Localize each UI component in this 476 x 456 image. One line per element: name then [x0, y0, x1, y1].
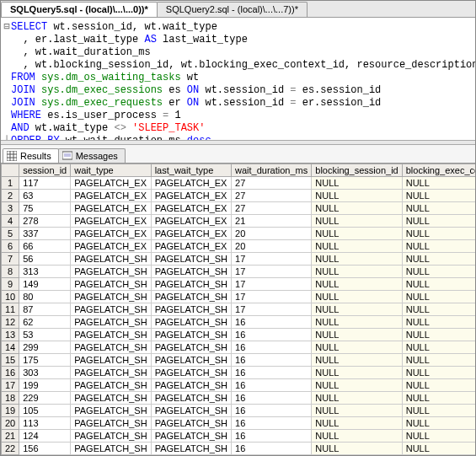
cell-wait-duration[interactable]: 17 [232, 266, 312, 278]
cell-wait-type[interactable]: PAGELATCH_EX [71, 228, 151, 240]
table-row[interactable]: 666PAGELATCH_EXPAGELATCH_EX20NULLNULL8:1… [2, 240, 476, 253]
cell-session-id[interactable]: 66 [19, 240, 71, 253]
cell-last-wait-type[interactable]: PAGELATCH_SH [151, 417, 231, 430]
cell-blocking-exec[interactable]: NULL [402, 379, 475, 392]
col-header[interactable]: wait_type [71, 164, 151, 177]
cell-blocking-session[interactable]: NULL [312, 228, 402, 240]
cell-session-id[interactable]: 117 [19, 177, 71, 190]
cell-wait-duration[interactable]: 16 [232, 354, 312, 367]
rownum-header[interactable] [2, 164, 19, 177]
row-number[interactable]: 1 [2, 177, 19, 190]
row-number[interactable]: 20 [2, 417, 19, 430]
cell-session-id[interactable]: 53 [19, 329, 71, 341]
table-row[interactable]: 16303PAGELATCH_SHPAGELATCH_SH16NULLNULL8… [2, 367, 476, 379]
cell-wait-type[interactable]: PAGELATCH_SH [71, 455, 151, 456]
cell-blocking-exec[interactable]: NULL [402, 405, 475, 417]
table-row[interactable]: 756PAGELATCH_SHPAGELATCH_SH17NULLNULL8:1… [2, 253, 476, 266]
cell-wait-duration[interactable]: 16 [232, 379, 312, 392]
cell-blocking-session[interactable]: NULL [312, 253, 402, 266]
cell-last-wait-type[interactable]: PAGELATCH_SH [151, 392, 231, 405]
row-number[interactable]: 22 [2, 443, 19, 455]
cell-wait-duration[interactable]: 20 [232, 240, 312, 253]
table-row[interactable]: 1262PAGELATCH_SHPAGELATCH_SH16NULLNULL8:… [2, 316, 476, 329]
cell-wait-duration[interactable]: 16 [232, 316, 312, 329]
table-row[interactable]: 22156PAGELATCH_SHPAGELATCH_SH16NULLNULL8… [2, 443, 476, 455]
cell-blocking-exec[interactable]: NULL [402, 455, 475, 456]
cell-blocking-exec[interactable]: NULL [402, 316, 475, 329]
table-row[interactable]: 18229PAGELATCH_SHPAGELATCH_SH16NULLNULL8… [2, 392, 476, 405]
cell-blocking-exec[interactable]: NULL [402, 329, 475, 341]
cell-blocking-exec[interactable]: NULL [402, 443, 475, 455]
row-number[interactable]: 18 [2, 392, 19, 405]
row-number[interactable]: 21 [2, 430, 19, 443]
cell-session-id[interactable]: 113 [19, 417, 71, 430]
cell-session-id[interactable]: 87 [19, 303, 71, 316]
cell-blocking-exec[interactable]: NULL [402, 190, 475, 202]
col-header[interactable]: wait_duration_ms [232, 164, 312, 177]
cell-wait-duration[interactable]: 17 [232, 253, 312, 266]
cell-blocking-session[interactable]: NULL [312, 316, 402, 329]
cell-wait-type[interactable]: PAGELATCH_EX [71, 215, 151, 228]
cell-blocking-exec[interactable]: NULL [402, 303, 475, 316]
row-number[interactable]: 5 [2, 228, 19, 240]
cell-wait-type[interactable]: PAGELATCH_SH [71, 266, 151, 278]
cell-session-id[interactable]: 278 [19, 215, 71, 228]
cell-blocking-session[interactable]: NULL [312, 392, 402, 405]
cell-wait-type[interactable]: PAGELATCH_SH [71, 405, 151, 417]
cell-wait-type[interactable]: PAGELATCH_SH [71, 367, 151, 379]
cell-wait-duration[interactable]: 17 [232, 291, 312, 303]
cell-blocking-session[interactable]: NULL [312, 177, 402, 190]
cell-wait-type[interactable]: PAGELATCH_SH [71, 417, 151, 430]
cell-blocking-exec[interactable]: NULL [402, 202, 475, 215]
cell-last-wait-type[interactable]: PAGELATCH_SH [151, 278, 231, 291]
cell-wait-type[interactable]: PAGELATCH_SH [71, 430, 151, 443]
cell-wait-type[interactable]: PAGELATCH_SH [71, 341, 151, 354]
cell-blocking-session[interactable]: NULL [312, 405, 402, 417]
cell-blocking-exec[interactable]: NULL [402, 253, 475, 266]
table-row[interactable]: 8313PAGELATCH_SHPAGELATCH_SH17NULLNULL8:… [2, 266, 476, 278]
cell-session-id[interactable]: 199 [19, 379, 71, 392]
cell-wait-duration[interactable]: 20 [232, 228, 312, 240]
cell-wait-type[interactable]: PAGELATCH_SH [71, 354, 151, 367]
cell-wait-duration[interactable]: 17 [232, 278, 312, 291]
cell-blocking-session[interactable]: NULL [312, 417, 402, 430]
cell-wait-type[interactable]: PAGELATCH_SH [71, 392, 151, 405]
cell-wait-duration[interactable]: 16 [232, 405, 312, 417]
cell-last-wait-type[interactable]: PAGELATCH_SH [151, 341, 231, 354]
cell-wait-type[interactable]: PAGELATCH_SH [71, 443, 151, 455]
file-tab-active[interactable]: SQLQuery5.sql - (local)\...\...0))* [1, 2, 158, 17]
table-row[interactable]: 20113PAGELATCH_SHPAGELATCH_SH16NULLNULL8… [2, 417, 476, 430]
row-number[interactable]: 19 [2, 405, 19, 417]
cell-wait-duration[interactable]: 16 [232, 430, 312, 443]
cell-last-wait-type[interactable]: PAGELATCH_SH [151, 367, 231, 379]
cell-blocking-session[interactable]: NULL [312, 455, 402, 456]
table-row[interactable]: 15175PAGELATCH_SHPAGELATCH_SH16NULLNULL8… [2, 354, 476, 367]
cell-blocking-exec[interactable]: NULL [402, 291, 475, 303]
cell-wait-type[interactable]: PAGELATCH_EX [71, 177, 151, 190]
cell-wait-type[interactable]: PAGELATCH_EX [71, 190, 151, 202]
row-number[interactable]: 12 [2, 316, 19, 329]
cell-last-wait-type[interactable]: PAGELATCH_SH [151, 316, 231, 329]
cell-blocking-session[interactable]: NULL [312, 215, 402, 228]
cell-session-id[interactable]: 62 [19, 316, 71, 329]
cell-last-wait-type[interactable]: PAGELATCH_SH [151, 303, 231, 316]
cell-blocking-session[interactable]: NULL [312, 202, 402, 215]
cell-wait-type[interactable]: PAGELATCH_EX [71, 240, 151, 253]
cell-last-wait-type[interactable]: PAGELATCH_EX [151, 190, 231, 202]
row-number[interactable]: 9 [2, 278, 19, 291]
cell-wait-duration[interactable]: 16 [232, 443, 312, 455]
row-number[interactable]: 7 [2, 253, 19, 266]
cell-blocking-session[interactable]: NULL [312, 430, 402, 443]
cell-blocking-session[interactable]: NULL [312, 278, 402, 291]
cell-blocking-session[interactable]: NULL [312, 367, 402, 379]
cell-session-id[interactable]: 299 [19, 341, 71, 354]
cell-session-id[interactable]: 105 [19, 405, 71, 417]
row-number[interactable]: 2 [2, 190, 19, 202]
cell-session-id[interactable]: 313 [19, 266, 71, 278]
cell-wait-duration[interactable]: 16 [232, 367, 312, 379]
row-number[interactable]: 17 [2, 379, 19, 392]
cell-wait-type[interactable]: PAGELATCH_SH [71, 278, 151, 291]
cell-last-wait-type[interactable]: PAGELATCH_SH [151, 430, 231, 443]
table-row[interactable]: 4278PAGELATCH_EXPAGELATCH_EX21NULLNULL8:… [2, 215, 476, 228]
cell-last-wait-type[interactable]: PAGELATCH_SH [151, 329, 231, 341]
